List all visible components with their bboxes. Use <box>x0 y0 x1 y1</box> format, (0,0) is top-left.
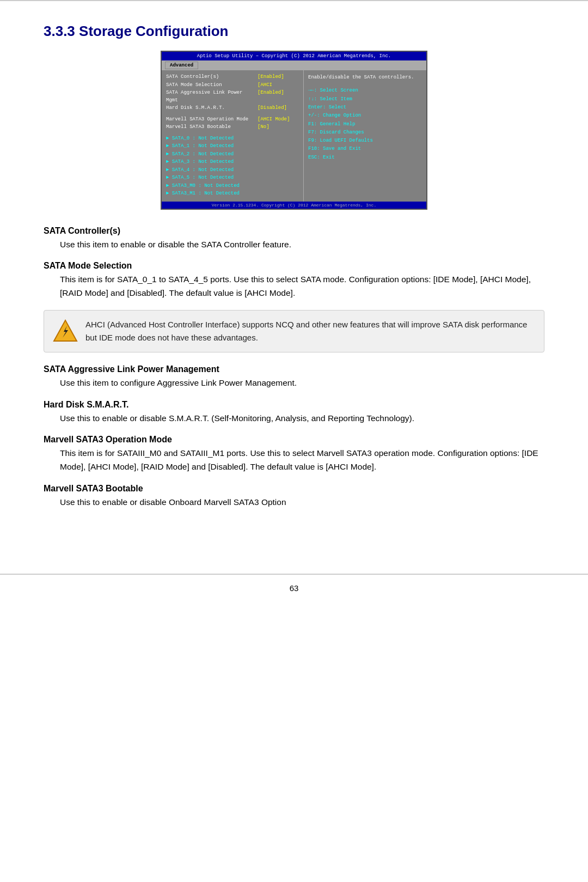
bios-body: SATA Controller(s) [Enabled] SATA Mode S… <box>162 70 426 202</box>
bios-sata-m0: ► SATA3_M0 : Not Detected <box>166 183 299 190</box>
subsection-marvell-mode: Marvell SATA3 Operation Mode This item i… <box>44 435 544 474</box>
bios-sata-5: ► SATA_5 : Not Detected <box>166 174 299 182</box>
subsection-hdd-smart: Hard Disk S.M.A.R.T. Use this to enable … <box>44 400 544 425</box>
subsection-title-sata-mode: SATA Mode Selection <box>44 261 544 271</box>
bios-top-bar: Aptio Setup Utility – Copyright (C) 2012… <box>162 52 426 60</box>
subsection-sata-controllers: SATA Controller(s) Use this item to enab… <box>44 226 544 252</box>
warning-box: AHCI (Advanced Host Controller Interface… <box>44 310 544 352</box>
subsection-title-sata-agr: SATA Aggressive Link Power Management <box>44 364 544 374</box>
subsection-title-marvell-mode: Marvell SATA3 Operation Mode <box>44 435 544 445</box>
section-title: 3.3.3 Storage Configuration <box>44 23 544 40</box>
warning-text: AHCI (Advanced Host Controller Interface… <box>85 318 535 344</box>
bios-sata-m1: ► SATA3_M1 : Not Detected <box>166 190 299 198</box>
bios-screenshot: Aptio Setup Utility – Copyright (C) 2012… <box>161 51 427 210</box>
page-number: 63 <box>0 575 588 598</box>
bios-right-panel: Enable/disable the SATA controllers. →←:… <box>303 70 426 202</box>
bios-item-sata-ctrl: SATA Controller(s) [Enabled] <box>166 74 299 81</box>
bios-item-sata-mode: SATA Mode Selection [AHCI <box>166 82 299 89</box>
bios-sata-2: ► SATA_2 : Not Detected <box>166 151 299 159</box>
subsection-body-sata-ctrl: Use this item to enable or disable the S… <box>60 238 544 252</box>
subsection-body-marvell-mode: This item is for SATAIII_M0 and SATAIII_… <box>60 447 544 474</box>
bios-item-hdd-smart: Hard Disk S.M.A.R.T. [Disabled] <box>166 105 299 112</box>
subsection-sata-mode: SATA Mode Selection This item is for SAT… <box>44 261 544 300</box>
subsection-marvell-boot: Marvell SATA3 Bootable Use this to enabl… <box>44 484 544 509</box>
bios-item-sata-agr: SATA Aggressive Link Power Mgmt [Enabled… <box>166 89 299 104</box>
bios-sata-3: ► SATA_3 : Not Detected <box>166 159 299 166</box>
bios-help-text: Enable/disable the SATA controllers. <box>308 74 422 81</box>
bios-sata-1: ► SATA_1 : Not Detected <box>166 143 299 150</box>
bios-nav-hints: →←: Select Screen ↑↓: Select Item Enter:… <box>308 87 422 162</box>
subsection-title-marvell-boot: Marvell SATA3 Bootable <box>44 484 544 494</box>
bios-tab-advanced: Advanced <box>165 62 198 69</box>
bios-bottom-bar: Version 2.15.1234. Copyright (C) 2012 Am… <box>162 202 426 209</box>
subsection-sata-aggressive: SATA Aggressive Link Power Management Us… <box>44 364 544 390</box>
bios-tab-bar: Advanced <box>162 60 426 70</box>
subsection-body-marvell-boot: Use this to enable or disable Onboard Ma… <box>60 496 544 509</box>
bios-sata-4: ► SATA_4 : Not Detected <box>166 167 299 174</box>
bios-item-marvell-mode: Marvell SATA3 Operation Mode [AHCI Mode] <box>166 116 299 124</box>
subsection-body-hdd-smart: Use this to enable or disable S.M.A.R.T.… <box>60 412 544 425</box>
bios-sata-0: ► SATA_0 : Not Detected <box>166 135 299 143</box>
subsection-body-sata-mode: This item is for SATA_0_1 to SATA_4_5 po… <box>60 273 544 300</box>
bios-item-marvell-boot: Marvell SATA3 Bootable [No] <box>166 124 299 131</box>
subsection-title-hdd-smart: Hard Disk S.M.A.R.T. <box>44 400 544 410</box>
warning-icon <box>53 318 78 343</box>
bios-left-panel: SATA Controller(s) [Enabled] SATA Mode S… <box>162 70 303 202</box>
subsection-body-sata-agr: Use this item to configure Aggressive Li… <box>60 376 544 390</box>
page-content: 3.3.3 Storage Configuration Aptio Setup … <box>0 1 588 552</box>
subsection-title-sata-ctrl: SATA Controller(s) <box>44 226 544 236</box>
